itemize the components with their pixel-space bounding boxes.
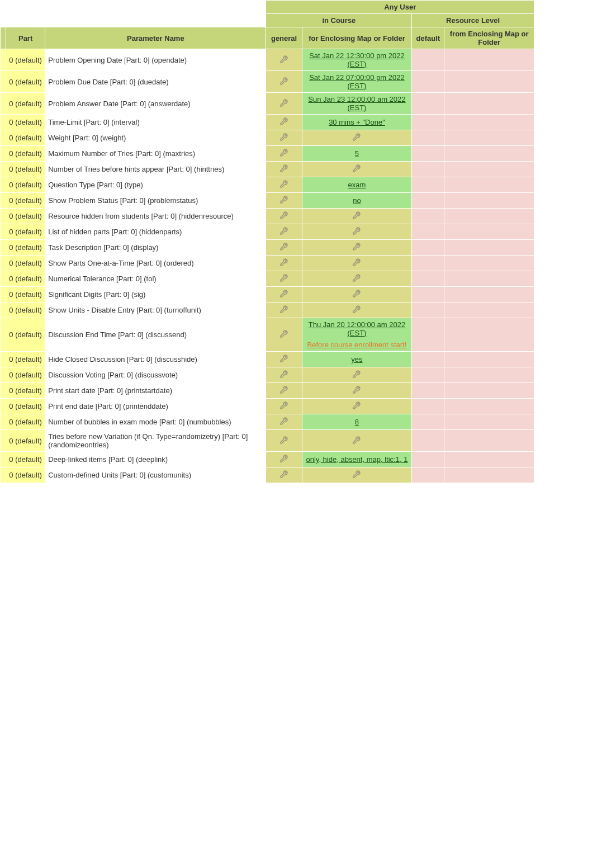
from-enclosing-cell[interactable] (444, 115, 534, 130)
from-enclosing-cell[interactable] (444, 318, 534, 352)
enclosing-value-link[interactable]: yes (351, 355, 362, 363)
default-cell[interactable] (412, 452, 444, 467)
default-cell[interactable] (412, 399, 444, 414)
default-cell[interactable] (412, 115, 444, 130)
enclosing-cell[interactable] (302, 303, 412, 318)
from-enclosing-cell[interactable] (444, 162, 534, 177)
default-cell[interactable] (412, 430, 444, 452)
default-cell[interactable] (412, 224, 444, 240)
enclosing-warning[interactable]: Before course enrollment start! (305, 341, 409, 349)
default-cell[interactable] (412, 271, 444, 287)
default-cell[interactable] (412, 146, 444, 162)
enclosing-value-link[interactable]: Thu Jan 20 12:00:00 am 2022 (EST) (309, 320, 405, 337)
enclosing-cell[interactable]: Sat Jan 22 07:00:00 pm 2022 (EST) (302, 71, 412, 93)
from-enclosing-cell[interactable] (444, 146, 534, 162)
general-cell[interactable] (266, 209, 302, 224)
enclosing-cell[interactable]: yes (302, 352, 412, 367)
default-cell[interactable] (412, 256, 444, 271)
general-cell[interactable] (266, 146, 302, 162)
enclosing-cell[interactable]: 30 mins + "Done" (302, 115, 412, 130)
general-cell[interactable] (266, 367, 302, 383)
enclosing-cell[interactable] (302, 467, 412, 483)
enclosing-cell[interactable]: Sat Jan 22 12:30:00 pm 2022 (EST) (302, 49, 412, 71)
enclosing-cell[interactable]: no (302, 193, 412, 209)
general-cell[interactable] (266, 352, 302, 367)
enclosing-cell[interactable]: 8 (302, 414, 412, 430)
default-cell[interactable] (412, 383, 444, 399)
enclosing-value-link[interactable]: Sat Jan 22 07:00:00 pm 2022 (EST) (309, 73, 405, 90)
enclosing-cell[interactable] (302, 256, 412, 271)
general-cell[interactable] (266, 383, 302, 399)
enclosing-value-link[interactable]: 5 (355, 149, 359, 158)
from-enclosing-cell[interactable] (444, 287, 534, 303)
from-enclosing-cell[interactable] (444, 430, 534, 452)
enclosing-value-link[interactable]: exam (348, 181, 366, 189)
from-enclosing-cell[interactable] (444, 93, 534, 115)
general-cell[interactable] (266, 93, 302, 115)
from-enclosing-cell[interactable] (444, 414, 534, 430)
general-cell[interactable] (266, 303, 302, 318)
default-cell[interactable] (412, 162, 444, 177)
enclosing-value-link[interactable]: Sat Jan 22 12:30:00 pm 2022 (EST) (309, 51, 405, 68)
from-enclosing-cell[interactable] (444, 193, 534, 209)
general-cell[interactable] (266, 224, 302, 240)
enclosing-cell[interactable] (302, 367, 412, 383)
general-cell[interactable] (266, 287, 302, 303)
general-cell[interactable] (266, 271, 302, 287)
enclosing-value-link[interactable]: 8 (355, 418, 359, 426)
enclosing-cell[interactable] (302, 430, 412, 452)
from-enclosing-cell[interactable] (444, 352, 534, 367)
general-cell[interactable] (266, 430, 302, 452)
enclosing-cell[interactable] (302, 287, 412, 303)
general-cell[interactable] (266, 399, 302, 414)
from-enclosing-cell[interactable] (444, 224, 534, 240)
default-cell[interactable] (412, 240, 444, 256)
enclosing-cell[interactable] (302, 224, 412, 240)
enclosing-cell[interactable] (302, 240, 412, 256)
default-cell[interactable] (412, 130, 444, 146)
from-enclosing-cell[interactable] (444, 130, 534, 146)
enclosing-value-link[interactable]: only, hide, absent, map, ltic:1, 1 (306, 455, 408, 464)
enclosing-cell[interactable] (302, 162, 412, 177)
enclosing-value-link[interactable]: Sun Jan 23 12:00:00 am 2022 (EST) (308, 95, 405, 112)
general-cell[interactable] (266, 162, 302, 177)
from-enclosing-cell[interactable] (444, 303, 534, 318)
general-cell[interactable] (266, 130, 302, 146)
enclosing-cell[interactable] (302, 399, 412, 414)
from-enclosing-cell[interactable] (444, 367, 534, 383)
enclosing-value-link[interactable]: no (353, 196, 361, 205)
general-cell[interactable] (266, 71, 302, 93)
general-cell[interactable] (266, 414, 302, 430)
from-enclosing-cell[interactable] (444, 452, 534, 467)
general-cell[interactable] (266, 49, 302, 71)
default-cell[interactable] (412, 209, 444, 224)
from-enclosing-cell[interactable] (444, 399, 534, 414)
from-enclosing-cell[interactable] (444, 49, 534, 71)
general-cell[interactable] (266, 318, 302, 352)
default-cell[interactable] (412, 467, 444, 483)
from-enclosing-cell[interactable] (444, 383, 534, 399)
default-cell[interactable] (412, 177, 444, 193)
default-cell[interactable] (412, 367, 444, 383)
default-cell[interactable] (412, 318, 444, 352)
general-cell[interactable] (266, 256, 302, 271)
enclosing-cell[interactable] (302, 383, 412, 399)
default-cell[interactable] (412, 352, 444, 367)
default-cell[interactable] (412, 193, 444, 209)
from-enclosing-cell[interactable] (444, 256, 534, 271)
enclosing-cell[interactable]: Sun Jan 23 12:00:00 am 2022 (EST) (302, 93, 412, 115)
from-enclosing-cell[interactable] (444, 209, 534, 224)
default-cell[interactable] (412, 71, 444, 93)
general-cell[interactable] (266, 193, 302, 209)
enclosing-cell[interactable]: only, hide, absent, map, ltic:1, 1 (302, 452, 412, 467)
default-cell[interactable] (412, 303, 444, 318)
from-enclosing-cell[interactable] (444, 71, 534, 93)
general-cell[interactable] (266, 467, 302, 483)
enclosing-value-link[interactable]: 30 mins + "Done" (329, 118, 385, 126)
enclosing-cell[interactable]: Thu Jan 20 12:00:00 am 2022 (EST)Before … (302, 318, 412, 352)
default-cell[interactable] (412, 49, 444, 71)
general-cell[interactable] (266, 115, 302, 130)
general-cell[interactable] (266, 240, 302, 256)
enclosing-cell[interactable]: 5 (302, 146, 412, 162)
from-enclosing-cell[interactable] (444, 467, 534, 483)
